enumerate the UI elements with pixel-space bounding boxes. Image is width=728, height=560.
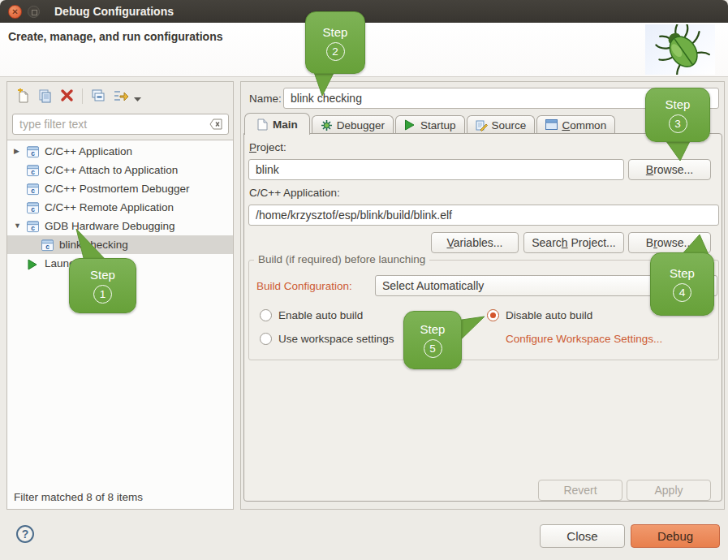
step-label: Step xyxy=(90,268,115,282)
tree-item-label: blink checking xyxy=(59,235,128,254)
c-application-icon: c xyxy=(41,239,55,251)
step-label: Step xyxy=(670,266,695,280)
enable-auto-build-radio[interactable] xyxy=(260,309,272,321)
project-input[interactable] xyxy=(248,159,624,180)
tab-label: Debugger xyxy=(337,119,385,131)
tab-source[interactable]: Source xyxy=(467,115,536,134)
search-project-button[interactable]: Search Project... xyxy=(523,232,624,253)
build-group-title: Build (if required) before launching xyxy=(254,253,429,265)
dropdown-caret-icon[interactable] xyxy=(134,93,150,110)
close-icon[interactable] xyxy=(8,5,22,19)
name-label: Name: xyxy=(249,93,282,105)
filter-status-text: Filter matched 8 of 8 items xyxy=(14,491,143,503)
step-label: Step xyxy=(420,322,446,336)
c-application-icon: c xyxy=(27,183,41,195)
step-number: 3 xyxy=(669,114,687,133)
tree-item-gdb-hardware[interactable]: ▼ c GDB Hardware Debugging xyxy=(7,217,233,235)
main-tab-content: Project: Browse... C/C++ Application: Va… xyxy=(243,133,722,502)
launch-group-icon xyxy=(27,257,41,269)
configurations-tree: ▶ c C/C++ Application c C/C++ Attach to … xyxy=(7,140,233,509)
new-configuration-icon[interactable] xyxy=(15,88,32,105)
sidebar-toolbar xyxy=(7,82,233,111)
c-application-icon: c xyxy=(27,201,41,213)
browse-project-button[interactable]: Browse... xyxy=(628,159,711,180)
window-menu-icon[interactable] xyxy=(28,6,40,18)
tree-item-cpp-attach[interactable]: c C/C++ Attach to Application xyxy=(7,161,233,179)
revert-button[interactable]: Revert xyxy=(538,480,622,501)
tree-item-label: GDB Hardware Debugging xyxy=(45,217,175,235)
source-icon xyxy=(476,119,488,131)
tab-common[interactable]: Common xyxy=(536,115,615,134)
duplicate-icon[interactable] xyxy=(37,88,54,105)
tree-item-label: C/C++ Postmortem Debugger xyxy=(45,179,190,198)
tab-label: Common xyxy=(562,119,606,131)
project-label: Project: xyxy=(249,141,286,153)
svg-text:c: c xyxy=(31,149,35,157)
application-label: C/C++ Application: xyxy=(249,187,340,199)
use-workspace-settings-radio[interactable] xyxy=(260,333,272,345)
step-2-callout: Step 2 xyxy=(305,11,365,74)
tree-item-label: C/C++ Remote Application xyxy=(45,198,174,217)
page-title: Create, manage, and run configurations xyxy=(8,30,223,43)
use-workspace-settings-label: Use workspace settings xyxy=(278,333,394,345)
svg-text:c: c xyxy=(31,205,35,213)
collapse-arrow-icon[interactable]: ▼ xyxy=(14,217,27,235)
tree-item-cpp-remote[interactable]: c C/C++ Remote Application xyxy=(7,198,233,217)
step-label: Step xyxy=(323,25,348,39)
filter-icon[interactable] xyxy=(113,88,129,105)
debugger-icon xyxy=(321,119,333,131)
page-icon xyxy=(256,118,269,131)
toolbar-separator xyxy=(82,88,83,104)
application-input[interactable] xyxy=(248,205,719,226)
build-configuration-label: Build Configuration: xyxy=(256,280,352,292)
step-4-callout: Step 4 xyxy=(650,252,714,316)
c-application-icon: c xyxy=(27,220,41,232)
step-number: 4 xyxy=(673,283,691,302)
tree-item-cpp-application[interactable]: ▶ c C/C++ Application xyxy=(7,142,233,161)
step-5-callout: Step 5 xyxy=(403,311,462,369)
close-button[interactable]: Close xyxy=(540,524,625,548)
step-3-callout: Step 3 xyxy=(645,88,710,142)
tab-bar: Main Debugger Startup Source xyxy=(244,112,617,134)
build-configuration-value: Select Automatically xyxy=(382,279,484,292)
tree-item-cpp-postmortem[interactable]: c C/C++ Postmortem Debugger xyxy=(7,179,233,198)
help-icon[interactable]: ? xyxy=(16,525,34,543)
configure-workspace-settings-link[interactable]: Configure Workspace Settings... xyxy=(506,333,662,345)
svg-text:c: c xyxy=(31,168,35,176)
bug-icon xyxy=(645,24,715,75)
c-application-icon: c xyxy=(27,164,41,176)
svg-text:c: c xyxy=(31,224,35,232)
tree-item-label: C/C++ Attach to Application xyxy=(45,161,178,179)
step-number: 1 xyxy=(93,285,112,304)
startup-icon xyxy=(404,119,416,131)
enable-auto-build-label: Enable auto build xyxy=(278,309,363,321)
clear-filter-icon[interactable] xyxy=(209,118,223,130)
debug-button[interactable]: Debug xyxy=(631,524,720,548)
apply-button[interactable]: Apply xyxy=(627,480,711,501)
tab-label: Main xyxy=(273,118,298,131)
tab-label: Startup xyxy=(420,119,456,131)
step-1-callout: Step 1 xyxy=(69,258,136,313)
svg-text:c: c xyxy=(31,187,35,195)
c-application-icon: c xyxy=(27,145,41,157)
browse-application-button[interactable]: Browse... xyxy=(628,232,711,253)
disable-auto-build-radio[interactable] xyxy=(487,309,499,321)
tab-label: Source xyxy=(492,119,527,131)
step-number: 5 xyxy=(424,339,442,358)
variables-button[interactable]: Variables... xyxy=(431,232,519,253)
tree-item-blink-checking[interactable]: c blink checking xyxy=(7,235,233,254)
window-title: Debug Configurations xyxy=(54,5,174,18)
debug-configurations-dialog: Debug Configurations Create, manage, and… xyxy=(0,0,728,560)
tab-startup[interactable]: Startup xyxy=(395,115,465,134)
delete-icon[interactable] xyxy=(60,88,76,105)
step-number: 2 xyxy=(326,42,345,61)
expand-arrow-icon[interactable]: ▶ xyxy=(14,142,27,161)
common-icon xyxy=(545,119,558,131)
collapse-all-icon[interactable] xyxy=(91,88,107,105)
filter-input[interactable] xyxy=(12,114,229,135)
tab-debugger[interactable]: Debugger xyxy=(312,115,394,134)
disable-auto-build-label: Disable auto build xyxy=(506,309,592,321)
tab-main[interactable]: Main xyxy=(244,113,310,135)
step-label: Step xyxy=(666,97,691,111)
tree-item-label: C/C++ Application xyxy=(45,142,132,161)
